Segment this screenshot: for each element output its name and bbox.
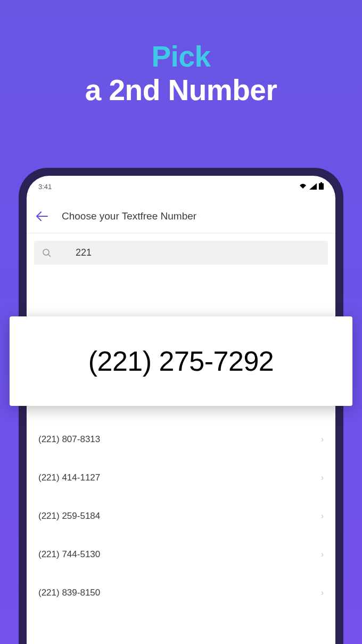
chevron-right-icon: › [321,473,324,483]
number-list-item[interactable]: (221) 259-5184 › [27,497,335,535]
page-title: Choose your Textfree Number [62,210,196,222]
chevron-right-icon: › [321,511,324,521]
featured-number-text: (221) 275-7292 [20,345,342,377]
phone-screen: 3:41 Choose your Textfree Number [27,176,335,644]
divider [27,233,335,233]
wifi-icon [299,183,307,191]
featured-number-card[interactable]: (221) 275-7292 [10,316,352,406]
battery-icon [319,182,324,191]
svg-point-2 [43,249,49,255]
headline-line-1: Pick [0,40,362,74]
number-text: (221) 807-8313 [38,434,100,445]
search-value: 221 [76,247,92,258]
chevron-right-icon: › [321,435,324,444]
svg-rect-0 [319,183,324,190]
svg-line-3 [48,254,51,257]
number-list-item[interactable]: (221) 744-5130 › [27,535,335,574]
status-time: 3:41 [38,183,52,191]
number-text: (221) 259-5184 [38,511,100,521]
status-bar: 3:41 [27,176,335,193]
status-icons [299,182,324,191]
number-list-item[interactable]: (221) 839-8150 › [27,574,335,612]
arrow-left-icon [36,211,48,221]
marketing-headline: Pick a 2nd Number [0,0,362,108]
search-icon [42,248,52,258]
search-input[interactable]: 221 [34,241,328,265]
signal-icon [309,183,317,191]
back-button[interactable] [36,210,48,222]
phone-frame: 3:41 Choose your Textfree Number [19,168,343,644]
app-bar: Choose your Textfree Number [27,193,335,233]
number-list-item[interactable]: (221) 807-8313 › [27,420,335,459]
svg-rect-1 [320,182,322,183]
number-text: (221) 414-1127 [38,472,100,483]
headline-line-2: a 2nd Number [0,74,362,107]
number-text: (221) 839-8150 [38,588,100,598]
number-text: (221) 744-5130 [38,549,100,560]
number-list-item[interactable]: (221) 414-1127 › [27,459,335,497]
chevron-right-icon: › [321,588,324,598]
chevron-right-icon: › [321,550,324,559]
number-list: (221) 422-5291 › (221) 807-8313 › (221) … [27,382,335,612]
